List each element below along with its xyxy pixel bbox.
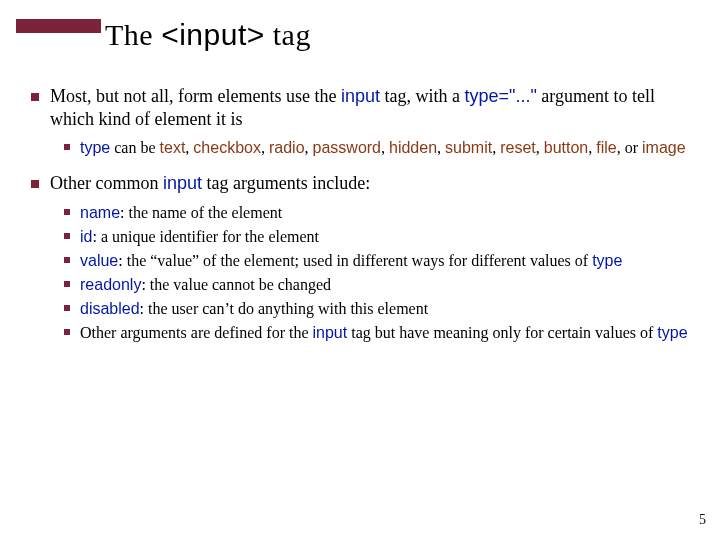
text-fragment: hidden [389,139,437,156]
title-prefix: The [105,18,161,51]
text-fragment: readonly [80,276,141,293]
bullet-marker-icon [54,323,80,343]
bullet-level2: id: a unique identifier for the element [54,227,700,247]
text-fragment: , [492,139,500,156]
bullet-marker-icon [20,85,50,130]
title-suffix: tag [265,18,311,51]
bullet-marker-icon [54,275,80,295]
title-tag-name: input [179,18,247,51]
bullet-level2: readonly: the value cannot be changed [54,275,700,295]
bullet-body: name: the name of the element [80,203,700,223]
text-fragment: tag, with a [380,86,464,106]
bullet-marker-icon [20,172,50,195]
text-fragment: input [163,173,202,193]
text-fragment: type [592,252,622,269]
text-fragment: reset [500,139,536,156]
bullet-body: value: the “value” of the element; used … [80,251,700,271]
text-fragment: checkbox [193,139,261,156]
text-fragment: , [437,139,445,156]
text-fragment: image [642,139,686,156]
text-fragment: , [381,139,389,156]
text-fragment: tag but have meaning only for certain va… [347,324,657,341]
text-fragment: tag arguments include: [202,173,370,193]
page-number: 5 [699,512,706,528]
bullet-body: Most, but not all, form elements use the… [50,85,700,130]
bullet-marker-icon [54,227,80,247]
bullet-marker-icon [54,203,80,223]
bullet-level2: disabled: the user can’t do anything wit… [54,299,700,319]
text-fragment: type [80,139,110,156]
bullet-body: type can be text, checkbox, radio, passw… [80,138,700,158]
text-fragment: : the name of the element [120,204,282,221]
text-fragment: file [596,139,616,156]
bullet-marker-icon [54,138,80,158]
bullet-body: Other common input tag arguments include… [50,172,700,195]
bullet-body: disabled: the user can’t do anything wit… [80,299,700,319]
bullet-level1: Most, but not all, form elements use the… [20,85,700,130]
title-tag-close: > [247,18,265,51]
text-fragment: input [341,86,380,106]
text-fragment: , [536,139,544,156]
text-fragment: radio [269,139,305,156]
bullet-marker-icon [54,251,80,271]
text-fragment: button [544,139,588,156]
bullet-body: id: a unique identifier for the element [80,227,700,247]
slide-content: Most, but not all, form elements use the… [20,85,700,357]
bullet-level2: value: the “value” of the element; used … [54,251,700,271]
text-fragment: input [313,324,348,341]
title-accent-bar [16,19,101,33]
text-fragment: name [80,204,120,221]
bullet-marker-icon [54,299,80,319]
text-fragment: can be [110,139,159,156]
text-fragment: , [305,139,313,156]
text-fragment: , [261,139,269,156]
bullet-body: Other arguments are defined for the inpu… [80,323,700,343]
page-title: The <input> tag [105,18,311,52]
text-fragment: id [80,228,92,245]
bullet-level2: name: the name of the element [54,203,700,223]
text-fragment: type="..." [464,86,536,106]
text-fragment: : the value cannot be changed [141,276,331,293]
bullet-level1: Other common input tag arguments include… [20,172,700,195]
text-fragment: submit [445,139,492,156]
text-fragment: Other common [50,173,163,193]
text-fragment: , or [617,139,642,156]
text-fragment: : the “value” of the element; used in di… [118,252,592,269]
text-fragment: type [657,324,687,341]
bullet-body: readonly: the value cannot be changed [80,275,700,295]
text-fragment: password [313,139,381,156]
text-fragment: : a unique identifier for the element [92,228,319,245]
text-fragment: : the user can’t do anything with this e… [140,300,429,317]
bullet-level2: type can be text, checkbox, radio, passw… [54,138,700,158]
text-fragment: Other arguments are defined for the [80,324,313,341]
text-fragment: Most, but not all, form elements use the [50,86,341,106]
text-fragment: value [80,252,118,269]
text-fragment: text [160,139,186,156]
text-fragment: disabled [80,300,140,317]
bullet-level2: Other arguments are defined for the inpu… [54,323,700,343]
title-tag-open: < [161,18,179,51]
